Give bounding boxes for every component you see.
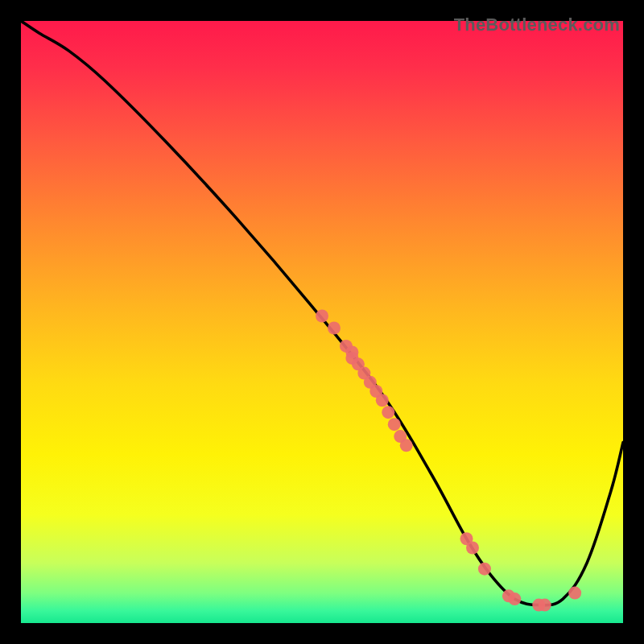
data-point (328, 321, 341, 334)
watermark-label: TheBottleneck.com (454, 14, 620, 35)
data-point (382, 406, 394, 419)
data-point (316, 310, 328, 323)
data-point (376, 394, 389, 407)
data-point (568, 587, 581, 600)
chart-svg (21, 21, 623, 623)
data-point (400, 439, 413, 452)
data-point (466, 542, 479, 555)
data-point (508, 592, 521, 605)
data-point (539, 599, 551, 612)
plot-area (21, 21, 623, 623)
data-point (478, 563, 491, 576)
chart-frame: TheBottleneck.com (13, 13, 631, 631)
data-point (388, 418, 401, 431)
